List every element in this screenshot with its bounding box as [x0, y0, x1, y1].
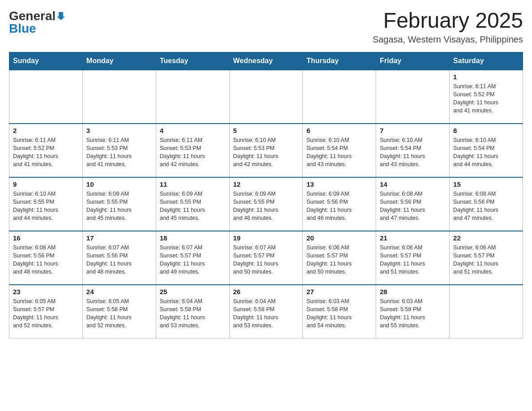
calendar-cell: 27Sunrise: 6:03 AM Sunset: 5:58 PM Dayli…: [303, 285, 376, 338]
calendar-cell: [229, 70, 303, 124]
calendar-cell: 26Sunrise: 6:04 AM Sunset: 5:58 PM Dayli…: [229, 285, 303, 338]
day-info: Sunrise: 6:04 AM Sunset: 5:58 PM Dayligh…: [160, 297, 226, 330]
day-info: Sunrise: 6:10 AM Sunset: 5:54 PM Dayligh…: [306, 136, 372, 169]
day-info: Sunrise: 6:10 AM Sunset: 5:54 PM Dayligh…: [380, 136, 446, 169]
day-info: Sunrise: 6:04 AM Sunset: 5:58 PM Dayligh…: [233, 297, 299, 330]
calendar-cell: 16Sunrise: 6:08 AM Sunset: 5:56 PM Dayli…: [9, 231, 83, 285]
day-number: 15: [453, 180, 519, 188]
calendar-week-5: 23Sunrise: 6:05 AM Sunset: 5:57 PM Dayli…: [9, 285, 523, 338]
calendar-table: SundayMondayTuesdayWednesdayThursdayFrid…: [9, 52, 523, 339]
calendar-cell: 13Sunrise: 6:09 AM Sunset: 5:56 PM Dayli…: [303, 177, 376, 231]
day-info: Sunrise: 6:09 AM Sunset: 5:55 PM Dayligh…: [86, 190, 152, 223]
day-number: 3: [86, 127, 152, 134]
calendar-cell: 1Sunrise: 6:11 AM Sunset: 5:52 PM Daylig…: [450, 70, 523, 124]
calendar-cell: 9Sunrise: 6:10 AM Sunset: 5:55 PM Daylig…: [9, 177, 83, 231]
calendar-cell: 11Sunrise: 6:09 AM Sunset: 5:55 PM Dayli…: [156, 177, 229, 231]
day-of-week-wednesday: Wednesday: [229, 52, 303, 70]
day-number: 24: [86, 288, 152, 295]
day-info: Sunrise: 6:10 AM Sunset: 5:55 PM Dayligh…: [13, 190, 79, 223]
day-number: 23: [13, 288, 79, 295]
day-number: 17: [86, 234, 152, 242]
day-info: Sunrise: 6:11 AM Sunset: 5:53 PM Dayligh…: [160, 136, 226, 169]
day-info: Sunrise: 6:06 AM Sunset: 5:57 PM Dayligh…: [380, 244, 446, 276]
calendar-cell: 22Sunrise: 6:06 AM Sunset: 5:57 PM Dayli…: [450, 231, 523, 285]
calendar-cell: [450, 285, 523, 338]
title-block: February 2025 Sagasa, Western Visayas, P…: [373, 9, 523, 45]
day-info: Sunrise: 6:09 AM Sunset: 5:55 PM Dayligh…: [233, 190, 299, 223]
calendar-week-3: 9Sunrise: 6:10 AM Sunset: 5:55 PM Daylig…: [9, 177, 523, 231]
day-info: Sunrise: 6:11 AM Sunset: 5:52 PM Dayligh…: [453, 82, 519, 115]
page-header: General Blue February 2025 Sagasa, Weste…: [9, 9, 523, 45]
day-number: 11: [160, 180, 226, 188]
month-title: February 2025: [373, 9, 523, 33]
calendar-cell: 25Sunrise: 6:04 AM Sunset: 5:58 PM Dayli…: [156, 285, 229, 338]
day-info: Sunrise: 6:03 AM Sunset: 5:58 PM Dayligh…: [380, 297, 446, 330]
day-number: 21: [380, 234, 446, 242]
day-number: 27: [306, 288, 372, 295]
logo: General Blue: [9, 9, 65, 36]
day-of-week-monday: Monday: [82, 52, 156, 70]
day-info: Sunrise: 6:07 AM Sunset: 5:57 PM Dayligh…: [233, 244, 299, 276]
day-info: Sunrise: 6:09 AM Sunset: 5:56 PM Dayligh…: [306, 190, 372, 223]
calendar-header: SundayMondayTuesdayWednesdayThursdayFrid…: [9, 52, 523, 70]
day-number: 16: [13, 234, 79, 242]
calendar-cell: 18Sunrise: 6:07 AM Sunset: 5:57 PM Dayli…: [156, 231, 229, 285]
day-number: 4: [160, 127, 226, 134]
day-info: Sunrise: 6:06 AM Sunset: 5:57 PM Dayligh…: [453, 244, 519, 276]
days-of-week-row: SundayMondayTuesdayWednesdayThursdayFrid…: [9, 52, 523, 70]
day-number: 20: [306, 234, 372, 242]
calendar-cell: [376, 70, 450, 124]
day-info: Sunrise: 6:08 AM Sunset: 5:56 PM Dayligh…: [13, 244, 79, 276]
day-info: Sunrise: 6:10 AM Sunset: 5:54 PM Dayligh…: [453, 136, 519, 169]
day-number: 7: [380, 127, 446, 134]
day-number: 6: [306, 127, 372, 134]
calendar-cell: 5Sunrise: 6:10 AM Sunset: 5:53 PM Daylig…: [229, 124, 303, 177]
calendar-cell: 14Sunrise: 6:08 AM Sunset: 5:56 PM Dayli…: [376, 177, 450, 231]
location-subtitle: Sagasa, Western Visayas, Philippines: [373, 34, 523, 45]
day-number: 2: [13, 127, 79, 134]
calendar-cell: [303, 70, 376, 124]
calendar-cell: 21Sunrise: 6:06 AM Sunset: 5:57 PM Dayli…: [376, 231, 450, 285]
day-number: 22: [453, 234, 519, 242]
day-info: Sunrise: 6:05 AM Sunset: 5:58 PM Dayligh…: [86, 297, 152, 330]
calendar-cell: [9, 70, 83, 124]
calendar-week-2: 2Sunrise: 6:11 AM Sunset: 5:52 PM Daylig…: [9, 124, 523, 177]
day-number: 26: [233, 288, 299, 295]
calendar-cell: 17Sunrise: 6:07 AM Sunset: 5:56 PM Dayli…: [82, 231, 156, 285]
day-info: Sunrise: 6:11 AM Sunset: 5:53 PM Dayligh…: [86, 136, 152, 169]
calendar-cell: 24Sunrise: 6:05 AM Sunset: 5:58 PM Dayli…: [82, 285, 156, 338]
day-number: 10: [86, 180, 152, 188]
svg-marker-0: [57, 12, 65, 20]
calendar-cell: 3Sunrise: 6:11 AM Sunset: 5:53 PM Daylig…: [82, 124, 156, 177]
day-info: Sunrise: 6:06 AM Sunset: 5:57 PM Dayligh…: [306, 244, 372, 276]
calendar-cell: 8Sunrise: 6:10 AM Sunset: 5:54 PM Daylig…: [450, 124, 523, 177]
day-number: 14: [380, 180, 446, 188]
calendar-cell: [156, 70, 229, 124]
calendar-cell: 20Sunrise: 6:06 AM Sunset: 5:57 PM Dayli…: [303, 231, 376, 285]
calendar-week-4: 16Sunrise: 6:08 AM Sunset: 5:56 PM Dayli…: [9, 231, 523, 285]
day-of-week-thursday: Thursday: [303, 52, 376, 70]
calendar-cell: 10Sunrise: 6:09 AM Sunset: 5:55 PM Dayli…: [82, 177, 156, 231]
calendar-cell: 6Sunrise: 6:10 AM Sunset: 5:54 PM Daylig…: [303, 124, 376, 177]
day-number: 19: [233, 234, 299, 242]
day-number: 28: [380, 288, 446, 295]
day-number: 12: [233, 180, 299, 188]
day-info: Sunrise: 6:07 AM Sunset: 5:57 PM Dayligh…: [160, 244, 226, 276]
day-info: Sunrise: 6:08 AM Sunset: 5:56 PM Dayligh…: [453, 190, 519, 223]
calendar-cell: 28Sunrise: 6:03 AM Sunset: 5:58 PM Dayli…: [376, 285, 450, 338]
calendar-cell: [82, 70, 156, 124]
calendar-week-1: 1Sunrise: 6:11 AM Sunset: 5:52 PM Daylig…: [9, 70, 523, 124]
day-of-week-saturday: Saturday: [450, 52, 523, 70]
calendar-cell: 19Sunrise: 6:07 AM Sunset: 5:57 PM Dayli…: [229, 231, 303, 285]
day-number: 5: [233, 127, 299, 134]
day-info: Sunrise: 6:10 AM Sunset: 5:53 PM Dayligh…: [233, 136, 299, 169]
day-number: 18: [160, 234, 226, 242]
day-info: Sunrise: 6:11 AM Sunset: 5:52 PM Dayligh…: [13, 136, 79, 169]
calendar-cell: 2Sunrise: 6:11 AM Sunset: 5:52 PM Daylig…: [9, 124, 83, 177]
day-number: 9: [13, 180, 79, 188]
calendar-cell: 23Sunrise: 6:05 AM Sunset: 5:57 PM Dayli…: [9, 285, 83, 338]
calendar-cell: 4Sunrise: 6:11 AM Sunset: 5:53 PM Daylig…: [156, 124, 229, 177]
day-of-week-tuesday: Tuesday: [156, 52, 229, 70]
day-number: 25: [160, 288, 226, 295]
day-info: Sunrise: 6:09 AM Sunset: 5:55 PM Dayligh…: [160, 190, 226, 223]
